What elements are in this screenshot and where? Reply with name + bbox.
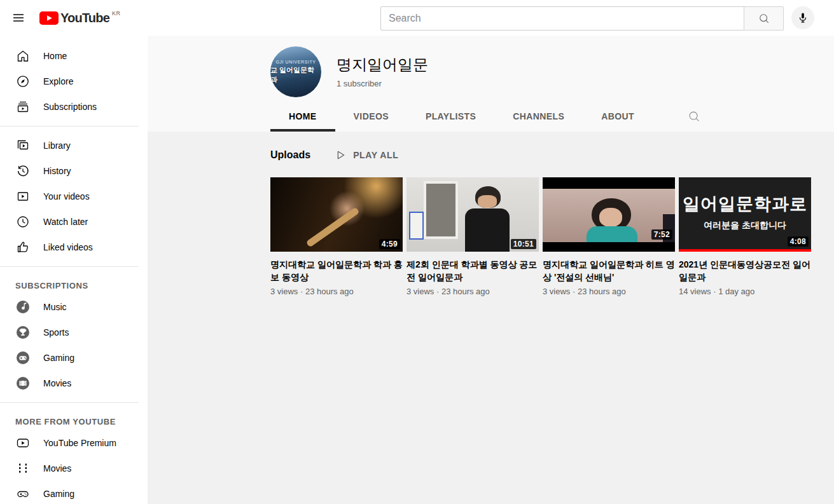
video-title[interactable]: 제2회 인문대 학과별 동영상 공모전 일어일문과	[407, 258, 539, 283]
sidebar-item-movies[interactable]: Movies	[0, 456, 148, 481]
subscriber-count: 1 subscriber	[337, 79, 428, 88]
youtube-logo[interactable]: YouTube KR	[39, 11, 118, 25]
film-strip-icon	[15, 461, 31, 476]
video-card[interactable]: 일어일문학과로 여러분을 초대합니다 4:08 2021년 인문대동영상공모전 …	[679, 177, 811, 296]
search-button[interactable]	[744, 6, 784, 31]
sidebar-subscription-music[interactable]: Music	[0, 294, 148, 320]
uploads-grid: 4:59 명지대학교 일어일문학과 학과 홍보 동영상 3 views · 23…	[270, 177, 834, 296]
thumbnail-art	[465, 208, 510, 252]
library-icon	[15, 138, 31, 153]
watch-later-icon	[15, 214, 31, 229]
region-code: KR	[112, 10, 121, 17]
video-title[interactable]: 2021년 인문대동영상공모전 일어일문과	[679, 258, 811, 283]
video-thumbnail[interactable]: 7:52	[543, 177, 675, 252]
gamepad-icon	[15, 486, 31, 501]
channel-header: GJI UNIVERSITY 교 일어일문학과 명지일어일문 1 subscri…	[148, 36, 834, 132]
top-bar: YouTube KR	[0, 0, 834, 36]
thumbnail-art	[599, 208, 622, 227]
logo-wordmark: YouTube	[60, 11, 109, 25]
sidebar-item-history[interactable]: History	[0, 158, 148, 184]
your-videos-icon	[15, 189, 31, 204]
video-thumbnail[interactable]: 10:51	[407, 177, 539, 252]
channel-avatar[interactable]: GJI UNIVERSITY 교 일어일문학과	[270, 46, 321, 97]
thumbnail-art	[409, 212, 424, 240]
video-card[interactable]: 10:51 제2회 인문대 학과별 동영상 공모전 일어일문과 3 views …	[407, 177, 539, 296]
tab-playlists[interactable]: PLAYLISTS	[407, 101, 494, 132]
video-card[interactable]: 4:59 명지대학교 일어일문학과 학과 홍보 동영상 3 views · 23…	[270, 177, 403, 296]
uploads-heading: Uploads	[270, 149, 310, 161]
duration-badge: 4:08	[788, 236, 809, 247]
channel-tabs: HOME VIDEOS PLAYLISTS CHANNELS ABOUT	[270, 101, 834, 132]
history-icon	[15, 163, 31, 179]
play-all-button[interactable]: PLAY ALL	[333, 148, 398, 162]
movies-avatar-icon	[15, 376, 31, 391]
video-title[interactable]: 명지대학교 일어일문학과 히트 영상 '전설의 선배님'	[543, 258, 675, 283]
divider	[0, 126, 139, 126]
voice-search-button[interactable]	[791, 6, 814, 29]
thumbnail-art	[305, 207, 359, 247]
sidebar-item-your-videos[interactable]: Your videos	[0, 184, 148, 209]
subscriptions-icon	[15, 99, 31, 114]
video-meta: 14 views · 1 day ago	[679, 287, 811, 296]
sidebar-item-liked-videos[interactable]: Liked videos	[0, 235, 148, 260]
mic-icon	[796, 11, 810, 25]
thumbnail-text: 일어일문학과로	[683, 193, 807, 215]
gaming-avatar-icon	[15, 350, 31, 365]
search-area	[380, 6, 784, 31]
sidebar-subscription-movies[interactable]: Movies	[0, 371, 148, 396]
more-from-youtube-header: MORE FROM YOUTUBE	[0, 409, 148, 430]
tab-channels[interactable]: CHANNELS	[494, 101, 583, 132]
youtube-premium-icon	[15, 435, 31, 451]
sidebar-subscription-gaming[interactable]: Gaming	[0, 345, 148, 371]
watched-progress-bar	[679, 249, 811, 252]
sidebar-item-gaming[interactable]: Gaming	[0, 481, 148, 504]
music-avatar-icon	[15, 299, 31, 315]
sidebar-subscription-sports[interactable]: Sports	[0, 320, 148, 345]
tab-videos[interactable]: VIDEOS	[335, 101, 407, 132]
divider	[0, 266, 139, 267]
video-meta: 3 views · 23 hours ago	[270, 287, 403, 296]
thumbnail-art	[587, 226, 637, 252]
sidebar-item-subscriptions[interactable]: Subscriptions	[0, 94, 148, 119]
video-title[interactable]: 명지대학교 일어일문학과 학과 홍보 동영상	[270, 258, 403, 283]
search-input[interactable]	[380, 6, 744, 31]
search-icon	[758, 12, 770, 25]
channel-name: 명지일어일문	[337, 55, 428, 75]
duration-badge: 10:51	[511, 239, 536, 249]
sidebar-item-watch-later[interactable]: Watch later	[0, 209, 148, 235]
sidebar: Home Explore Subscriptions Library Histo…	[0, 36, 148, 504]
sports-avatar-icon	[15, 325, 31, 340]
sidebar-item-library[interactable]: Library	[0, 133, 148, 158]
duration-badge: 7:52	[651, 229, 672, 240]
channel-search-icon[interactable]	[687, 109, 701, 123]
video-meta: 3 views · 23 hours ago	[543, 287, 675, 296]
tab-home[interactable]: HOME	[270, 101, 335, 132]
video-meta: 3 views · 23 hours ago	[407, 287, 539, 296]
main-area: GJI UNIVERSITY 교 일어일문학과 명지일어일문 1 subscri…	[148, 36, 834, 504]
youtube-play-icon	[39, 11, 59, 25]
thumbnail-art	[478, 195, 497, 208]
menu-icon[interactable]	[11, 10, 26, 25]
play-icon	[333, 148, 347, 162]
sidebar-item-explore[interactable]: Explore	[0, 69, 148, 94]
video-thumbnail[interactable]: 일어일문학과로 여러분을 초대합니다 4:08	[679, 177, 811, 252]
tab-about[interactable]: ABOUT	[583, 101, 653, 132]
thumbnail-art	[424, 181, 458, 239]
subscriptions-header: SUBSCRIPTIONS	[0, 273, 148, 294]
divider	[0, 402, 139, 403]
sidebar-item-home[interactable]: Home	[0, 43, 148, 69]
thumbnail-text: 여러분을 초대합니다	[704, 220, 786, 231]
liked-videos-icon	[15, 240, 31, 255]
explore-icon	[15, 74, 31, 89]
channel-content: Uploads PLAY ALL 4:59 명지대학교 일어일문학과 학과 홍보…	[148, 132, 834, 296]
sidebar-item-youtube-premium[interactable]: YouTube Premium	[0, 430, 148, 456]
duration-badge: 4:59	[379, 239, 400, 249]
video-card[interactable]: 7:52 명지대학교 일어일문학과 히트 영상 '전설의 선배님' 3 view…	[543, 177, 675, 296]
home-icon	[15, 48, 31, 64]
video-thumbnail[interactable]: 4:59	[270, 177, 403, 252]
